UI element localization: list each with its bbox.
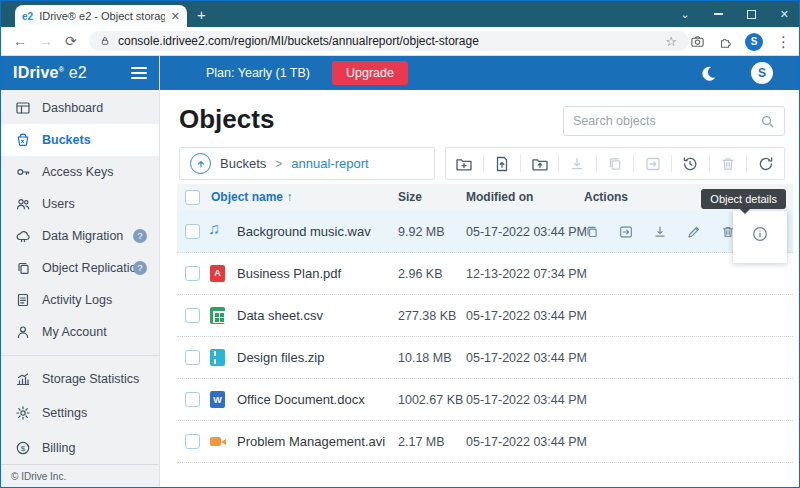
- back-button[interactable]: ←: [13, 32, 27, 50]
- search-box: [563, 106, 785, 136]
- sidebar-item-billing[interactable]: Billing: [1, 430, 159, 465]
- navigate-up-button[interactable]: [190, 153, 211, 174]
- page-title: Objects: [179, 104, 274, 135]
- help-badge-icon[interactable]: ?: [133, 261, 147, 275]
- file-type-icon: [210, 307, 225, 324]
- browser-toolbar: ← → ⟳ console.idrivee2.com/region/MI/buc…: [1, 27, 799, 56]
- breadcrumb-buckets-link[interactable]: Buckets: [220, 156, 266, 171]
- dark-mode-moon-icon[interactable]: [700, 65, 717, 82]
- rename-object-icon[interactable]: [686, 224, 702, 240]
- address-bar[interactable]: console.idrivee2.com/region/MI/buckets/a…: [89, 31, 689, 51]
- copy-icon: [597, 155, 634, 173]
- help-badge-icon[interactable]: ?: [133, 229, 147, 243]
- copy-object-icon[interactable]: [584, 224, 600, 240]
- restore-history-icon[interactable]: [672, 155, 709, 173]
- sidebar-item-buckets[interactable]: Buckets: [1, 124, 159, 156]
- extensions-puzzle-icon[interactable]: [718, 35, 732, 49]
- browser-window: e2 IDrive® e2 - Object storage ✕ + ⌄ ✕ ←…: [0, 0, 800, 488]
- refresh-icon[interactable]: [747, 155, 784, 173]
- table-row[interactable]: Data sheet.csv 277.38 KB 05-17-2022 03:4…: [177, 295, 793, 337]
- upload-folder-icon[interactable]: [521, 155, 558, 173]
- forward-button[interactable]: →: [39, 32, 53, 50]
- lock-icon: [99, 35, 111, 47]
- table-row[interactable]: Office Document.docx 1002.67 KB 05-17-20…: [177, 379, 793, 421]
- window-close-button[interactable]: ✕: [780, 9, 789, 20]
- row-checkbox[interactable]: [185, 434, 200, 449]
- sidebar-item-activity-logs[interactable]: Activity Logs: [1, 284, 159, 316]
- object-details-hover-panel: [733, 211, 787, 263]
- object-size: 2.96 KB: [398, 267, 442, 281]
- object-size: 10.18 MB: [398, 351, 452, 365]
- window-maximize-button[interactable]: [747, 10, 756, 19]
- row-checkbox[interactable]: [185, 224, 200, 239]
- sidebar-divider: [1, 355, 159, 356]
- file-type-icon: [210, 265, 225, 282]
- tab-close-icon[interactable]: ✕: [171, 10, 180, 23]
- search-icon[interactable]: [760, 114, 775, 129]
- sidebar: IDrive® e2 Dashboard Buckets Access Keys…: [1, 56, 160, 487]
- sidebar-header: IDrive® e2: [1, 56, 159, 90]
- sidebar-footer: © IDrive Inc.: [1, 464, 159, 487]
- table-row[interactable]: Design files.zip 10.18 MB 05-17-2022 03:…: [177, 337, 793, 379]
- object-name: Office Document.docx: [237, 392, 365, 407]
- object-modified: 05-17-2022 03:44 PM: [466, 351, 587, 365]
- object-modified: 05-17-2022 03:44 PM: [466, 393, 587, 407]
- browser-titlebar: e2 IDrive® e2 - Object storage ✕ + ⌄ ✕: [1, 1, 799, 27]
- new-tab-button[interactable]: +: [197, 6, 206, 24]
- browser-tab[interactable]: e2 IDrive® e2 - Object storage ✕: [15, 5, 187, 27]
- statistics-icon: [15, 371, 31, 387]
- camera-extension-icon[interactable]: [690, 34, 705, 49]
- object-toolbar: [445, 147, 785, 180]
- objects-page: Objects Buckets > annual-report: [160, 90, 799, 487]
- row-checkbox[interactable]: [185, 392, 200, 407]
- bookmark-star-icon[interactable]: ☆: [665, 34, 677, 49]
- column-header-modified[interactable]: Modified on: [466, 190, 533, 204]
- download-object-icon[interactable]: [652, 224, 668, 240]
- app-root: IDrive® e2 Dashboard Buckets Access Keys…: [1, 56, 799, 487]
- browser-profile-avatar[interactable]: S: [745, 33, 763, 51]
- column-header-name[interactable]: Object name ↑: [211, 190, 292, 204]
- select-all-checkbox[interactable]: [185, 190, 200, 205]
- tab-search-icon[interactable]: ⌄: [681, 9, 690, 20]
- users-icon: [15, 196, 31, 212]
- reload-button[interactable]: ⟳: [65, 32, 77, 50]
- object-details-icon[interactable]: [751, 225, 769, 243]
- table-row[interactable]: Background music.wav 9.92 MB 05-17-2022 …: [177, 211, 793, 253]
- move-object-icon[interactable]: [618, 224, 634, 240]
- dashboard-icon: [15, 100, 31, 116]
- object-modified: 12-13-2022 07:34 PM: [466, 267, 587, 281]
- sidebar-item-settings[interactable]: Settings: [1, 395, 159, 430]
- account-avatar[interactable]: S: [751, 62, 773, 84]
- table-row[interactable]: Business Plan.pdf 2.96 KB 12-13-2022 07:…: [177, 253, 793, 295]
- browser-menu-icon[interactable]: ⋮: [776, 33, 791, 51]
- search-input[interactable]: [573, 114, 752, 128]
- object-details-tooltip: Object details: [701, 189, 786, 209]
- row-checkbox[interactable]: [185, 308, 200, 323]
- cloud-migration-icon: [15, 228, 31, 244]
- table-row[interactable]: Problem Management.avi 2.17 MB 05-17-202…: [177, 421, 793, 463]
- account-icon: [15, 324, 31, 340]
- sidebar-item-access-keys[interactable]: Access Keys: [1, 156, 159, 188]
- row-checkbox[interactable]: [185, 350, 200, 365]
- sidebar-item-data-migration[interactable]: Data Migration?: [1, 220, 159, 252]
- sidebar-item-object-replication[interactable]: Object Replication?: [1, 252, 159, 284]
- window-minimize-button[interactable]: [714, 13, 723, 15]
- sidebar-item-users[interactable]: Users: [1, 188, 159, 220]
- upgrade-button[interactable]: Upgrade: [332, 61, 408, 85]
- column-header-size[interactable]: Size: [398, 190, 422, 204]
- row-actions: [584, 211, 736, 252]
- object-modified: 05-17-2022 03:44 PM: [466, 225, 587, 239]
- hamburger-menu-icon[interactable]: [131, 67, 147, 79]
- download-icon: [559, 155, 596, 173]
- upload-file-icon[interactable]: [484, 155, 521, 173]
- main-panel: Plan: Yearly (1 TB) Upgrade S Objects Bu…: [160, 56, 799, 487]
- sidebar-nav: Dashboard Buckets Access Keys Users Data…: [1, 90, 159, 465]
- logs-icon: [15, 292, 31, 308]
- create-folder-icon[interactable]: [446, 155, 483, 173]
- sidebar-item-my-account[interactable]: My Account: [1, 316, 159, 348]
- sidebar-item-storage-statistics[interactable]: Storage Statistics: [1, 362, 159, 395]
- sidebar-item-dashboard[interactable]: Dashboard: [1, 92, 159, 124]
- breadcrumb-current-bucket[interactable]: annual-report: [291, 156, 368, 171]
- row-checkbox[interactable]: [185, 266, 200, 281]
- object-table-body: Background music.wav 9.92 MB 05-17-2022 …: [177, 211, 793, 463]
